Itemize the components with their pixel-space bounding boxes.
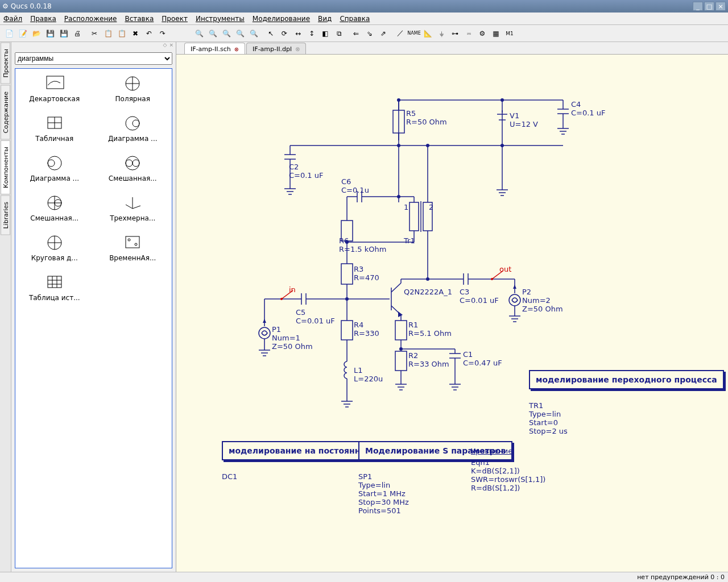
minimize-button[interactable]: _ xyxy=(693,2,703,11)
label-v1: V1 U=12 V xyxy=(510,111,538,128)
menu-position[interactable]: Расположение xyxy=(64,15,117,23)
palette-item-timing[interactable]: ВременнАя... xyxy=(94,228,172,268)
palette-item-table[interactable]: Табличная xyxy=(15,109,94,148)
palette-select[interactable]: диаграммы xyxy=(15,52,172,65)
equation-icon[interactable]: 📐 xyxy=(421,27,434,40)
status-text: нет предупреждений 0 : 0 xyxy=(637,573,725,581)
ground-icon[interactable]: ⏚ xyxy=(435,27,448,40)
svg-point-78 xyxy=(426,144,429,147)
palette-item-truthtable[interactable]: Таблица ист... xyxy=(15,268,94,307)
panel-close-icon[interactable]: × xyxy=(169,42,173,50)
tab-close-icon[interactable]: ⊗ xyxy=(295,46,300,52)
net-out: out xyxy=(499,265,511,273)
tab-close-icon[interactable]: ⊗ xyxy=(234,46,239,52)
print-icon[interactable]: 🖨 xyxy=(71,27,84,40)
sim-sp-sub: SP1 Type=lin Start=1 MHz Stop=30 MHz Poi… xyxy=(358,472,409,515)
up-icon[interactable]: ⇗ xyxy=(377,27,390,40)
paste-icon[interactable]: 📋 xyxy=(115,27,128,40)
palette-item-smith[interactable]: Диаграмма ... xyxy=(94,109,172,148)
truth-icon xyxy=(43,273,66,292)
svg-marker-122 xyxy=(513,285,516,289)
svg-line-19 xyxy=(133,206,140,209)
undo-icon[interactable]: ↶ xyxy=(143,27,155,40)
label-c2: C2 C=0.1 uF xyxy=(289,163,324,180)
tab-sch[interactable]: IF-amp-II.sch ⊗ xyxy=(184,43,245,54)
cursor-icon[interactable]: ↖ xyxy=(264,27,277,40)
sim-tr-sub: TR1 Type=lin Start=0 Stop=2 us xyxy=(529,401,568,435)
simulate-icon[interactable]: ⚙ xyxy=(476,27,489,40)
sidetab-libraries[interactable]: Libraries xyxy=(1,196,10,235)
svg-rect-24 xyxy=(126,236,139,248)
toggle-icon[interactable]: ⧉ xyxy=(333,27,345,40)
palette-item-cartesian[interactable]: Декартовская xyxy=(15,69,94,109)
schematic-canvas[interactable]: R5 R=50 Ohm V1 U=12 V C4 C=0.1 uF C2 C=0… xyxy=(176,55,728,572)
svg-rect-72 xyxy=(410,202,419,231)
zoom-in-icon[interactable]: 🔍 xyxy=(193,27,205,40)
palette-item-smith2[interactable]: Диаграмма ... xyxy=(15,148,94,188)
activate-icon[interactable]: ◧ xyxy=(319,27,332,40)
save-icon[interactable]: 💾 xyxy=(44,27,56,40)
new-icon[interactable]: 📄 xyxy=(3,27,15,40)
panel-float-icon[interactable]: ◇ xyxy=(163,42,167,50)
svg-point-39 xyxy=(397,98,400,102)
palette-item-mixed2[interactable]: Смешанная... xyxy=(15,188,94,228)
menu-insert[interactable]: Вставка xyxy=(125,15,154,23)
label-c3: C3 C=0.01 uF xyxy=(460,288,499,305)
menu-help[interactable]: Справка xyxy=(340,15,370,23)
palette-item-3d[interactable]: Трехмерна... xyxy=(94,188,172,228)
palette-item-circle[interactable]: Круговая д... xyxy=(15,228,94,268)
circle-diag-icon xyxy=(43,234,66,252)
mirror-y-icon[interactable]: ↕ xyxy=(305,27,318,40)
menu-view[interactable]: Вид xyxy=(318,15,332,23)
label-icon[interactable]: NAME xyxy=(408,27,420,40)
wire-icon[interactable]: ／ xyxy=(394,27,407,40)
rotate-icon[interactable]: ⟳ xyxy=(278,27,291,40)
back-icon[interactable]: ⇐ xyxy=(350,27,362,40)
label-c6: C6 C=0.1u xyxy=(341,177,369,194)
display-icon[interactable]: ▦ xyxy=(490,27,502,40)
close-button[interactable]: × xyxy=(715,2,726,11)
tab-dpl[interactable]: IF-amp-II.dpl ⊗ xyxy=(246,43,306,54)
palette-item-mixed[interactable]: Смешанная... xyxy=(94,148,172,188)
svg-point-25 xyxy=(128,239,130,241)
new-text-icon[interactable]: 📝 xyxy=(16,27,29,40)
net-in: in xyxy=(289,285,296,294)
open-icon[interactable]: 📂 xyxy=(30,27,43,40)
palette-item-polar[interactable]: Полярная xyxy=(94,69,172,109)
table-icon xyxy=(43,114,66,132)
smith-icon xyxy=(121,114,144,132)
delete-icon[interactable]: ✖ xyxy=(129,27,142,40)
label-tr1: Tr1 xyxy=(404,236,415,245)
sidetab-content[interactable]: Содержание xyxy=(1,85,10,140)
svg-point-41 xyxy=(500,98,504,102)
menu-file[interactable]: Файл xyxy=(3,15,22,23)
zoom-fit-icon[interactable]: 🔍 xyxy=(220,27,233,40)
maximize-button[interactable]: □ xyxy=(704,2,714,11)
port-icon[interactable]: ⊶ xyxy=(449,27,461,40)
saveall-icon[interactable]: 💾 xyxy=(57,27,70,40)
cut-icon[interactable]: ✂ xyxy=(88,27,101,40)
redo-icon[interactable]: ↷ xyxy=(156,27,169,40)
menu-project[interactable]: Проект xyxy=(162,15,188,23)
zoom-out-icon[interactable]: 🔍 xyxy=(206,27,219,40)
svg-point-115 xyxy=(491,278,493,280)
svg-line-20 xyxy=(126,205,133,209)
canvas-scroll[interactable]: R5 R=50 Ohm V1 U=12 V C4 C=0.1 uF C2 C=0… xyxy=(176,55,728,572)
menu-tools[interactable]: Инструменты xyxy=(196,15,245,23)
svg-marker-108 xyxy=(398,311,403,317)
zoom-area-icon[interactable]: 🔍 xyxy=(234,27,246,40)
sim-tr-box[interactable]: моделирование переходного процесса xyxy=(529,370,724,389)
marker-icon[interactable]: M1 xyxy=(503,27,516,40)
power-icon[interactable]: ⎓ xyxy=(462,27,475,40)
into-icon[interactable]: ⇘ xyxy=(363,27,376,40)
mirror-x-icon[interactable]: ↔ xyxy=(292,27,304,40)
menu-simulate[interactable]: Моделирование xyxy=(253,15,310,23)
zoom-1-icon[interactable]: 🔍 xyxy=(247,27,260,40)
window-title: Qucs 0.0.18 xyxy=(9,2,693,10)
sidetab-projects[interactable]: Проекты xyxy=(1,43,10,84)
svg-point-10 xyxy=(48,160,55,167)
svg-rect-128 xyxy=(395,351,407,371)
menu-edit[interactable]: Правка xyxy=(30,15,56,23)
sidetab-components[interactable]: Компоненты xyxy=(1,140,10,194)
copy-icon[interactable]: 📋 xyxy=(102,27,114,40)
